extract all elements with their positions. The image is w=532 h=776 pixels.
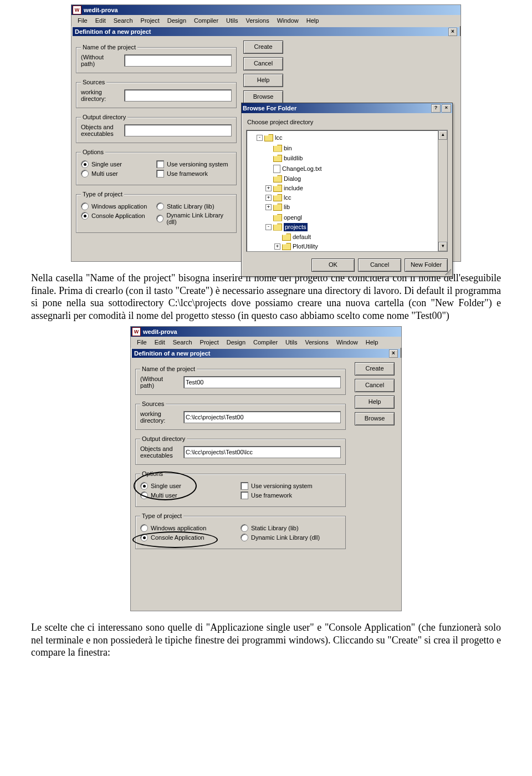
cancel-button[interactable]: Cancel — [243, 57, 283, 70]
tree-expand-icon[interactable]: + — [274, 244, 280, 250]
tree-expand-icon[interactable]: - — [257, 135, 263, 141]
menu-design[interactable]: Design — [223, 338, 249, 347]
check-framework[interactable] — [241, 491, 248, 499]
sources-dir-input[interactable] — [183, 411, 341, 423]
folder-icon — [282, 234, 291, 241]
radio-static-lib[interactable] — [156, 202, 164, 210]
menu-compiler[interactable]: Compiler — [190, 16, 222, 25]
resize-grip-icon[interactable] — [443, 267, 451, 275]
scroll-down-icon[interactable]: ▾ — [438, 242, 447, 251]
create-button[interactable]: Create — [243, 40, 283, 54]
group-options-legend: Options — [140, 470, 165, 477]
tree-scrollbar[interactable]: ▴ ▾ — [438, 130, 447, 251]
menu-window[interactable]: Window — [273, 16, 303, 25]
tree-expand-icon[interactable]: + — [265, 185, 272, 191]
radio-single-user-label: Single user — [91, 161, 122, 168]
tree-item[interactable]: lib — [284, 203, 290, 211]
sources-dir-input[interactable] — [124, 89, 232, 102]
menu-edit[interactable]: Edit — [91, 16, 110, 25]
project-name-input[interactable] — [124, 54, 232, 67]
tree-item[interactable]: lcc — [284, 194, 291, 202]
output-dir-input[interactable] — [183, 446, 341, 458]
group-name-2: Name of the project (Without path) — [135, 366, 346, 395]
radio-windows-app[interactable] — [140, 524, 148, 532]
menu-utils[interactable]: Utils — [282, 338, 301, 347]
group-name-legend: Name of the project — [81, 44, 137, 50]
tree-item[interactable]: default — [293, 233, 311, 241]
bff-newfolder-button[interactable]: New Folder — [405, 258, 448, 272]
menu-project[interactable]: Project — [137, 16, 163, 25]
right-button-column: Create Cancel Help Browse — [243, 40, 283, 104]
output-label: Objects and executables — [81, 124, 121, 137]
menu-versions[interactable]: Versions — [301, 338, 332, 347]
bff-close-icon[interactable]: × — [442, 104, 451, 113]
tree-item[interactable]: projects — [284, 223, 308, 231]
close-icon[interactable]: × — [389, 349, 398, 358]
scroll-up-icon[interactable]: ▴ — [438, 130, 447, 140]
menu-help[interactable]: Help — [303, 16, 323, 25]
cancel-button[interactable]: Cancel — [355, 379, 395, 392]
panel-titlebar: Definition of a new project × — [73, 27, 459, 36]
folder-tree[interactable]: ▴ ▾ -lccbinbuildlibChangeLog.txtDialog+i… — [246, 130, 448, 252]
radio-console-app[interactable] — [81, 212, 89, 220]
radio-console-app[interactable] — [140, 534, 148, 541]
menu-utils[interactable]: Utils — [222, 16, 242, 25]
tree-item[interactable]: include — [284, 184, 303, 192]
radio-dll-label: Dynamic Link Library (dll) — [166, 212, 232, 225]
help-button[interactable]: Help — [355, 395, 395, 409]
bff-titlebar[interactable]: Browse For Folder ? × — [242, 103, 452, 113]
titlebar[interactable]: W wedit-prova — [71, 5, 461, 15]
radio-multi-user[interactable] — [81, 170, 89, 177]
project-name-input[interactable] — [183, 376, 341, 388]
tree-expand-icon[interactable]: - — [265, 224, 272, 230]
tree-expand-icon[interactable]: + — [265, 195, 272, 201]
menu-search[interactable]: Search — [110, 16, 137, 25]
check-framework[interactable] — [156, 170, 164, 177]
radio-multi-user[interactable] — [140, 491, 148, 499]
tree-item[interactable]: PlotUtility — [293, 242, 318, 251]
bff-help-icon[interactable]: ? — [431, 104, 441, 113]
menu-window[interactable]: Window — [332, 338, 362, 347]
tree-item[interactable]: ChangeLog.txt — [282, 165, 322, 173]
output-dir-input[interactable] — [124, 124, 232, 136]
bff-cancel-button[interactable]: Cancel — [358, 258, 401, 272]
menu-versions[interactable]: Versions — [242, 16, 273, 25]
bff-ok-button[interactable]: OK — [311, 258, 355, 272]
help-button[interactable]: Help — [243, 74, 283, 87]
titlebar-2[interactable]: W wedit-prova — [131, 327, 401, 337]
check-framework-label: Use framework — [251, 492, 292, 499]
check-versioning[interactable] — [241, 482, 248, 490]
menu-project[interactable]: Project — [196, 338, 223, 347]
radio-static-lib[interactable] — [241, 524, 248, 532]
radio-single-user[interactable] — [81, 160, 89, 168]
tree-expand-icon[interactable]: + — [265, 204, 272, 210]
tree-item[interactable]: bin — [284, 144, 292, 153]
radio-windows-app[interactable] — [81, 202, 89, 210]
tree-item[interactable]: Dialog — [284, 175, 301, 183]
menu-design[interactable]: Design — [163, 16, 190, 25]
menu-help[interactable]: Help — [362, 338, 382, 347]
tree-root[interactable]: lcc — [275, 134, 282, 142]
create-button[interactable]: Create — [355, 362, 395, 376]
group-name: Name of the project (Without path) — [76, 44, 237, 73]
radio-dll[interactable] — [241, 534, 248, 541]
browse-button[interactable]: Browse — [243, 90, 283, 104]
menu-file[interactable]: File — [74, 16, 91, 25]
check-versioning[interactable] — [156, 160, 164, 168]
tree-item[interactable]: buildlib — [284, 154, 303, 163]
menu-compiler[interactable]: Compiler — [249, 338, 282, 347]
panel-titlebar-2: Definition of a new project × — [132, 349, 400, 358]
radio-dll[interactable] — [156, 215, 163, 222]
folder-icon — [273, 194, 282, 201]
menu-file[interactable]: File — [133, 338, 151, 347]
menu-edit[interactable]: Edit — [151, 338, 169, 347]
radio-single-user[interactable] — [140, 482, 148, 490]
wedit-window: W wedit-prova File Edit Search Project D… — [71, 4, 461, 262]
tree-item[interactable]: opengl — [284, 214, 302, 222]
browse-button[interactable]: Browse — [355, 412, 395, 425]
menu-search[interactable]: Search — [169, 338, 196, 347]
menubar-2: File Edit Search Project Design Compiler… — [131, 337, 401, 348]
right-button-column-2: Create Cancel Help Browse — [355, 362, 395, 425]
sources-label: working directory: — [81, 89, 121, 102]
close-icon[interactable]: × — [448, 28, 457, 36]
